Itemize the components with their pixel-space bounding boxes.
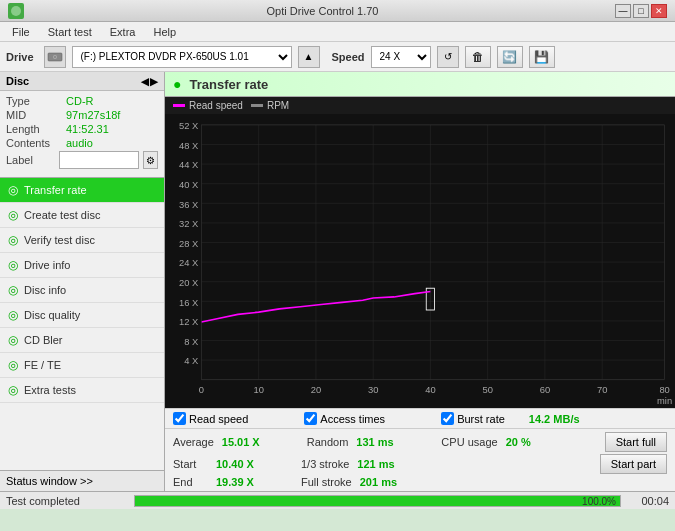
- nav-drive-info-label: Drive info: [24, 259, 70, 271]
- svg-text:16 X: 16 X: [179, 296, 199, 307]
- disc-label-label: Label: [6, 154, 55, 166]
- legend-rpm: RPM: [251, 100, 289, 111]
- svg-rect-4: [165, 114, 675, 408]
- svg-text:12 X: 12 X: [179, 316, 199, 327]
- status-window-button[interactable]: Status window >>: [0, 470, 164, 491]
- disc-prev-button[interactable]: ◀: [141, 76, 149, 87]
- nav-disc-info[interactable]: ◎ Disc info: [0, 278, 164, 303]
- close-button[interactable]: ✕: [651, 4, 667, 18]
- disc-mid-value: 97m27s18f: [66, 109, 120, 121]
- status-window-label: Status window >>: [6, 475, 93, 487]
- maximize-button[interactable]: □: [633, 4, 649, 18]
- window-title: Opti Drive Control 1.70: [30, 5, 615, 17]
- read-speed-check-label: Read speed: [189, 413, 248, 425]
- svg-text:44 X: 44 X: [179, 159, 199, 170]
- stroke-label: 1/3 stroke: [301, 458, 349, 470]
- legend-rpm-label: RPM: [267, 100, 289, 111]
- burst-rate-check-item: Burst rate: [441, 412, 505, 425]
- svg-text:36 X: 36 X: [179, 198, 199, 209]
- status-text: Test completed: [6, 495, 126, 507]
- nav-disc-quality[interactable]: ◎ Disc quality: [0, 303, 164, 328]
- window-controls: — □ ✕: [615, 4, 667, 18]
- read-speed-checkbox[interactable]: [173, 412, 186, 425]
- disc-contents-label: Contents: [6, 137, 66, 149]
- svg-text:0: 0: [199, 384, 204, 395]
- minimize-button[interactable]: —: [615, 4, 631, 18]
- svg-text:32 X: 32 X: [179, 218, 199, 229]
- stats-row-3: End 19.39 X Full stroke 201 ms: [173, 476, 667, 488]
- nav-cd-bler[interactable]: ◎ CD Bler: [0, 328, 164, 353]
- speed-select[interactable]: 24 X: [371, 46, 431, 68]
- extra-tests-icon: ◎: [8, 383, 18, 397]
- cd-bler-icon: ◎: [8, 333, 18, 347]
- start-part-button[interactable]: Start part: [600, 454, 667, 474]
- progress-fill: [135, 496, 620, 506]
- svg-text:28 X: 28 X: [179, 238, 199, 249]
- burst-rate-checkbox[interactable]: [441, 412, 454, 425]
- read-speed-color: [173, 104, 185, 107]
- end-group: End 19.39 X: [173, 476, 261, 488]
- random-label: Random: [307, 436, 349, 448]
- disc-label-input[interactable]: [59, 151, 139, 169]
- menu-file[interactable]: File: [4, 24, 38, 40]
- menu-extra[interactable]: Extra: [102, 24, 144, 40]
- disc-type-row: Type CD-R: [6, 95, 158, 107]
- svg-text:40 X: 40 X: [179, 179, 199, 190]
- nav-transfer-rate[interactable]: ◎ Transfer rate: [0, 178, 164, 203]
- time-display: 00:04: [629, 495, 669, 507]
- checkboxes-bar: Read speed Access times Burst rate 14.2 …: [165, 408, 675, 428]
- disc-next-button[interactable]: ▶: [150, 76, 158, 87]
- nav-create-test-label: Create test disc: [24, 209, 100, 221]
- main-layout: Disc ◀ ▶ Type CD-R MID 97m27s18f Length …: [0, 72, 675, 491]
- average-group: Average 15.01 X: [173, 436, 267, 448]
- end-value: 19.39 X: [216, 476, 261, 488]
- stats-row-2: Start 10.40 X 1/3 stroke 121 ms Start pa…: [173, 454, 667, 474]
- stroke-group: 1/3 stroke 121 ms: [301, 458, 402, 470]
- save-button[interactable]: 💾: [529, 46, 555, 68]
- nav-verify-test-label: Verify test disc: [24, 234, 95, 246]
- nav-verify-test-disc[interactable]: ◎ Verify test disc: [0, 228, 164, 253]
- access-times-checkbox[interactable]: [304, 412, 317, 425]
- start-full-button[interactable]: Start full: [605, 432, 667, 452]
- nav-create-test-disc[interactable]: ◎ Create test disc: [0, 203, 164, 228]
- disc-label-button[interactable]: ⚙: [143, 151, 158, 169]
- drive-icon: [44, 46, 66, 68]
- nav-transfer-rate-label: Transfer rate: [24, 184, 87, 196]
- nav-extra-tests[interactable]: ◎ Extra tests: [0, 378, 164, 403]
- start-group: Start 10.40 X: [173, 458, 261, 470]
- disc-contents-row: Contents audio: [6, 137, 158, 149]
- svg-text:40: 40: [425, 384, 435, 395]
- nav-disc-quality-label: Disc quality: [24, 309, 80, 321]
- create-test-icon: ◎: [8, 208, 18, 222]
- drive-label: Drive: [6, 51, 34, 63]
- drive-select[interactable]: (F:) PLEXTOR DVDR PX-650US 1.01: [72, 46, 292, 68]
- refresh-button[interactable]: 🔄: [497, 46, 523, 68]
- menu-start-test[interactable]: Start test: [40, 24, 100, 40]
- random-value: 131 ms: [356, 436, 401, 448]
- speed-apply-button[interactable]: ↺: [437, 46, 459, 68]
- transfer-rate-icon: ◎: [8, 183, 18, 197]
- read-speed-check-item: Read speed: [173, 412, 248, 425]
- nav-extra-tests-label: Extra tests: [24, 384, 76, 396]
- disc-mid-row: MID 97m27s18f: [6, 109, 158, 121]
- erase-button[interactable]: 🗑: [465, 46, 491, 68]
- chart-legend: Read speed RPM: [165, 97, 675, 114]
- svg-text:8 X: 8 X: [184, 336, 199, 347]
- svg-point-3: [54, 56, 56, 58]
- svg-text:48 X: 48 X: [179, 140, 199, 151]
- fe-te-icon: ◎: [8, 358, 18, 372]
- speed-label: Speed: [332, 51, 365, 63]
- disc-quality-icon: ◎: [8, 308, 18, 322]
- nav-drive-info[interactable]: ◎ Drive info: [0, 253, 164, 278]
- disc-type-value: CD-R: [66, 95, 94, 107]
- drive-info-icon: ◎: [8, 258, 18, 272]
- disc-length-row: Length 41:52.31: [6, 123, 158, 135]
- lower-stats: Average 15.01 X Random 131 ms CPU usage …: [165, 428, 675, 491]
- svg-text:60: 60: [540, 384, 550, 395]
- random-group: Random 131 ms: [307, 436, 402, 448]
- drive-eject-button[interactable]: ▲: [298, 46, 320, 68]
- nav-fe-te[interactable]: ◎ FE / TE: [0, 353, 164, 378]
- chart-header: ● Transfer rate: [165, 72, 675, 97]
- disc-length-value: 41:52.31: [66, 123, 109, 135]
- menu-help[interactable]: Help: [145, 24, 184, 40]
